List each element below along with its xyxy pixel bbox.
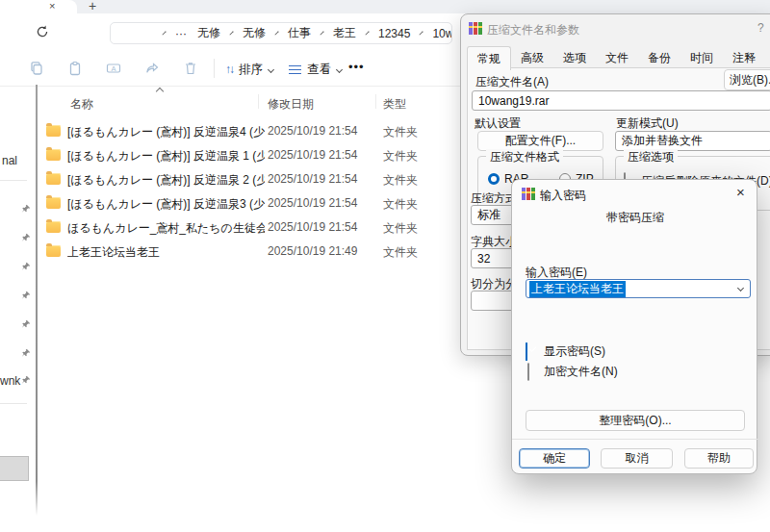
explorer-tab[interactable] xyxy=(0,0,77,13)
show-password-label[interactable]: 显示密码(S) xyxy=(544,343,605,360)
method-value: 标准 xyxy=(477,207,500,223)
delete-icon[interactable] xyxy=(183,61,198,76)
winrar-icon xyxy=(469,22,482,35)
sidebar-item-partial[interactable]: nal xyxy=(2,154,17,167)
breadcrumb-item[interactable]: 无修 xyxy=(197,25,220,41)
breadcrumb-chevron-icon xyxy=(365,31,369,35)
column-header-date[interactable]: 修改日期 xyxy=(268,96,314,113)
breadcrumb[interactable]: ··· 无修 无修 仕事 老王 12345 10wang19 xyxy=(110,22,452,44)
folder-icon xyxy=(46,245,61,257)
folder-icon xyxy=(46,221,61,233)
new-tab-button[interactable]: + xyxy=(89,0,96,13)
password-selected-text: 上老王论坛当老王 xyxy=(529,281,626,297)
close-icon[interactable]: × xyxy=(736,184,745,200)
file-row[interactable]: 上老王论坛当老王 2025/10/19 21:49 文件夹 xyxy=(42,240,456,264)
breadcrumb-overflow[interactable]: ··· xyxy=(175,27,187,40)
breadcrumb-chevron-icon xyxy=(162,31,166,35)
tab-time[interactable]: 时间 xyxy=(680,46,723,70)
file-name: ほるもんカレー_鳶村_私たちの生徒会長... xyxy=(67,220,265,237)
help-button[interactable]: 帮助 xyxy=(684,448,754,469)
encrypt-filenames-label[interactable]: 加密文件名(N) xyxy=(544,364,618,380)
tab-options[interactable]: 选项 xyxy=(553,46,596,70)
pin-icon[interactable] xyxy=(21,204,31,214)
help-icon[interactable]: ? xyxy=(757,21,764,35)
breadcrumb-chevron-icon xyxy=(229,31,233,35)
update-mode-select[interactable]: 添加并替换文件 xyxy=(615,131,770,151)
tab-comment[interactable]: 注释 xyxy=(723,46,765,70)
archive-name-input[interactable]: 10wang19.rar xyxy=(472,90,770,111)
refresh-icon[interactable] xyxy=(35,24,50,39)
nav-pane-splitter[interactable] xyxy=(36,85,38,516)
share-icon[interactable] xyxy=(144,61,160,76)
browse-button[interactable]: 浏览(B)... xyxy=(724,69,770,90)
column-header-name[interactable]: 名称 xyxy=(70,96,93,113)
sidebar-divider xyxy=(0,403,27,404)
breadcrumb-chevron-icon xyxy=(274,31,278,35)
ok-button[interactable]: 确定 xyxy=(519,448,590,469)
sidebar-item-partial[interactable]: wnk xyxy=(0,374,20,388)
pin-icon[interactable] xyxy=(21,319,31,329)
copy-icon[interactable] xyxy=(29,61,44,76)
pin-icon[interactable] xyxy=(21,233,31,242)
file-row[interactable]: [ほるもんカレー (鳶村)] 反逆温泉 2 (少... 2025/10/19 2… xyxy=(42,167,456,191)
cancel-button[interactable]: 取消 xyxy=(601,448,673,469)
screen: × + ··· 无修 无修 仕事 老王 12345 10wang19 A xyxy=(0,0,770,532)
tab-strip xyxy=(0,0,770,13)
breadcrumb-item[interactable]: 无修 xyxy=(243,25,266,41)
file-row[interactable]: [ほるもんカレー (鳶村)] 反逆温泉3 (少... 2025/10/19 21… xyxy=(42,191,456,215)
file-type: 文件夹 xyxy=(383,196,418,213)
show-password-checkbox[interactable] xyxy=(526,342,527,361)
tab-advanced[interactable]: 高级 xyxy=(511,46,553,70)
column-divider[interactable] xyxy=(375,94,376,109)
folder-icon xyxy=(46,149,61,161)
file-date: 2025/10/19 21:54 xyxy=(268,172,357,186)
paste-icon[interactable] xyxy=(67,61,83,76)
chevron-down-icon[interactable] xyxy=(737,285,744,291)
sort-arrows-icon: ↑↓ xyxy=(225,63,233,76)
chevron-down-icon xyxy=(336,65,343,72)
file-name: [ほるもんカレー (鳶村)] 反逆温泉 2 (少... xyxy=(67,172,265,189)
breadcrumb-chevron-icon xyxy=(320,31,323,35)
see-more-button[interactable]: ••• xyxy=(348,60,365,74)
password-input[interactable]: 上老王论坛当老王 xyxy=(526,279,751,298)
pin-icon[interactable] xyxy=(21,262,31,271)
file-name: [ほるもんカレー (鳶村)] 反逆温泉3 (少... xyxy=(67,196,265,213)
pin-icon[interactable] xyxy=(21,348,31,358)
view-lines-icon xyxy=(289,65,301,74)
update-mode-value: 添加并替换文件 xyxy=(622,133,703,149)
organize-passwords-button[interactable]: 整理密码(O)... xyxy=(526,410,745,431)
sort-label: 排序 xyxy=(239,62,263,78)
pin-icon[interactable] xyxy=(21,291,31,300)
pin-icon[interactable] xyxy=(21,375,31,385)
tab-general[interactable]: 常规 xyxy=(467,46,511,70)
chevron-down-icon xyxy=(268,65,274,72)
file-date: 2025/10/19 21:54 xyxy=(268,220,357,234)
tab-files[interactable]: 文件 xyxy=(596,46,638,70)
column-divider[interactable] xyxy=(258,94,259,109)
breadcrumb-chevron-icon xyxy=(420,31,424,35)
file-row[interactable]: ほるもんカレー_鳶村_私たちの生徒会長... 2025/10/19 21:54 … xyxy=(42,215,456,240)
breadcrumb-item[interactable]: 老王 xyxy=(333,25,356,41)
file-date: 2025/10/19 21:49 xyxy=(268,244,357,258)
rar-radio[interactable] xyxy=(488,173,500,185)
view-button[interactable]: 查看 xyxy=(289,60,342,79)
tab-backup[interactable]: 备份 xyxy=(638,46,680,70)
tab-close-icon[interactable]: × xyxy=(49,0,55,12)
rename-icon[interactable]: A xyxy=(106,61,121,76)
column-header-type[interactable]: 类型 xyxy=(383,96,406,113)
file-row[interactable]: [ほるもんカレー (鳶村)] 反逆温泉 1 (少... 2025/10/19 2… xyxy=(42,143,456,167)
encrypt-filenames-checkbox[interactable] xyxy=(527,363,529,381)
password-dialog: 输入密码 × 带密码压缩 输入密码(E) 上老王论坛当老王 显示密码(S) 加密… xyxy=(511,179,757,474)
sort-button[interactable]: ↑↓ 排序 xyxy=(225,60,273,79)
file-date: 2025/10/19 21:54 xyxy=(268,148,357,162)
winrar-icon xyxy=(522,188,535,200)
archive-dialog-tabs: 常规 高级 选项 文件 备份 时间 注释 xyxy=(467,46,765,70)
dialog-divider xyxy=(512,439,758,440)
file-name: [ほるもんカレー (鳶村)] 反逆温泉4 (少... xyxy=(67,124,265,140)
breadcrumb-item-current[interactable]: 10wang19 xyxy=(432,27,452,40)
breadcrumb-item[interactable]: 仕事 xyxy=(288,25,311,41)
breadcrumb-item[interactable]: 12345 xyxy=(378,27,410,40)
file-row[interactable]: [ほるもんカレー (鳶村)] 反逆温泉4 (少... 2025/10/19 21… xyxy=(42,119,456,143)
folder-icon xyxy=(46,197,61,209)
profiles-button[interactable]: 配置文件(F)... xyxy=(477,131,603,151)
